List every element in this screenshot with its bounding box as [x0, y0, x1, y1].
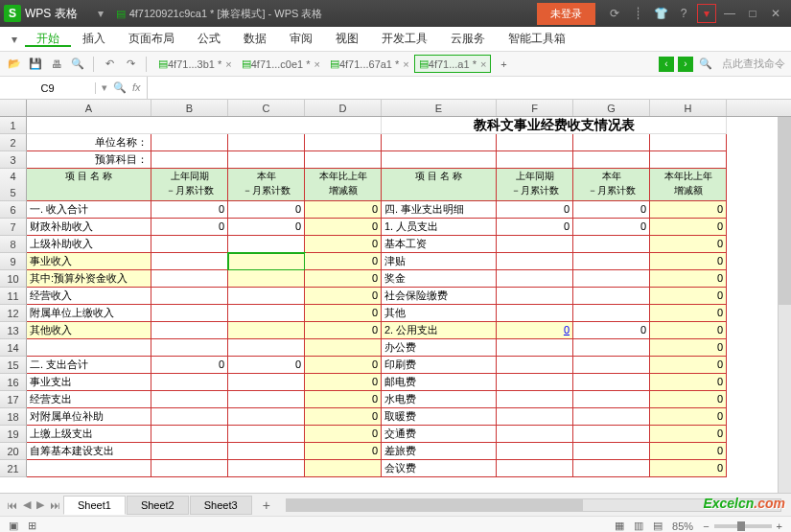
cell[interactable]: [228, 443, 305, 460]
cell[interactable]: 津贴: [382, 253, 497, 270]
cell[interactable]: 事业收入: [27, 253, 151, 270]
cell[interactable]: 0: [305, 357, 382, 374]
menu-视图[interactable]: 视图: [324, 32, 370, 45]
record-icon[interactable]: ▣: [4, 520, 23, 532]
cell[interactable]: 0: [151, 219, 228, 236]
doc-tab[interactable]: ▤ 4f71...c0e1 * ×: [237, 55, 325, 73]
cell[interactable]: 一. 收入合计: [27, 201, 151, 219]
menu-公式[interactable]: 公式: [186, 32, 232, 45]
cell[interactable]: 本年比上年 增减额: [650, 169, 727, 201]
cell[interactable]: [573, 236, 650, 253]
cell[interactable]: 0: [497, 219, 573, 236]
cell[interactable]: 其他收入: [27, 322, 151, 339]
cell[interactable]: 邮电费: [382, 374, 497, 391]
row-header[interactable]: 19: [0, 426, 27, 443]
cell[interactable]: [27, 339, 151, 357]
cell[interactable]: [305, 134, 382, 151]
cell[interactable]: [573, 408, 650, 426]
col-header-D[interactable]: D: [305, 100, 382, 116]
cell[interactable]: [497, 374, 573, 391]
cell[interactable]: [650, 134, 727, 151]
row-header[interactable]: 20: [0, 443, 27, 460]
zoom-out-icon[interactable]: −: [698, 520, 713, 532]
cell[interactable]: [305, 339, 382, 357]
cell[interactable]: [151, 270, 228, 288]
cell[interactable]: 0: [228, 357, 305, 374]
cell[interactable]: [228, 426, 305, 443]
row-header[interactable]: 1: [0, 117, 27, 134]
cell[interactable]: 0: [228, 219, 305, 236]
cell[interactable]: [573, 357, 650, 374]
view-normal-icon[interactable]: ▦: [610, 520, 629, 532]
cell[interactable]: 0: [151, 201, 228, 219]
cell[interactable]: 0: [151, 357, 228, 374]
cell[interactable]: [305, 460, 382, 477]
cell[interactable]: [573, 151, 650, 169]
cell[interactable]: [382, 134, 497, 151]
cell[interactable]: 项 目 名 称: [27, 169, 151, 201]
cell[interactable]: [151, 134, 228, 151]
fx-dropdown-icon[interactable]: ▾: [102, 81, 107, 94]
cell[interactable]: 0: [650, 288, 727, 305]
cell[interactable]: [151, 322, 228, 339]
row-header[interactable]: 8: [0, 236, 27, 253]
cell[interactable]: 0: [650, 374, 727, 391]
cell[interactable]: 事业支出: [27, 374, 151, 391]
cell[interactable]: 0: [305, 288, 382, 305]
cell[interactable]: [573, 288, 650, 305]
col-header-C[interactable]: C: [228, 100, 305, 116]
view-page-icon[interactable]: ▥: [629, 520, 648, 532]
row-header[interactable]: 2: [0, 134, 27, 151]
zoom-slider[interactable]: [714, 524, 772, 528]
cell[interactable]: 0: [650, 408, 727, 426]
cell[interactable]: [497, 253, 573, 270]
cell[interactable]: 0: [650, 357, 727, 374]
cell[interactable]: 其他: [382, 305, 497, 322]
search-icon[interactable]: 🔍: [697, 56, 714, 73]
zoom-label[interactable]: 85%: [667, 520, 698, 532]
prev-sheet-icon[interactable]: ◀: [20, 498, 34, 511]
row-header[interactable]: 10: [0, 270, 27, 288]
vertical-scrollbar[interactable]: [778, 117, 791, 493]
col-header-B[interactable]: B: [151, 100, 228, 116]
cell[interactable]: 上年同期 －月累计数: [497, 169, 573, 201]
cell[interactable]: 会议费: [382, 460, 497, 477]
cell[interactable]: 1. 人员支出: [382, 219, 497, 236]
cell[interactable]: [228, 374, 305, 391]
cell[interactable]: 本年 －月累计数: [573, 169, 650, 201]
cell[interactable]: [573, 374, 650, 391]
formula-input[interactable]: [147, 77, 791, 99]
cell[interactable]: 附属单位上缴收入: [27, 305, 151, 322]
cell[interactable]: 四. 事业支出明细: [382, 201, 497, 219]
cell[interactable]: 0: [305, 201, 382, 219]
cell[interactable]: 0: [305, 426, 382, 443]
row-header[interactable]: 45: [0, 169, 27, 201]
input-mode-icon[interactable]: ⊞: [23, 520, 41, 532]
cell[interactable]: 印刷费: [382, 357, 497, 374]
cell[interactable]: 0: [305, 408, 382, 426]
cell[interactable]: 0: [305, 236, 382, 253]
tab-close-icon[interactable]: ×: [480, 58, 486, 70]
cell[interactable]: 经营支出: [27, 391, 151, 408]
cell[interactable]: [497, 460, 573, 477]
open-icon[interactable]: 📂: [6, 56, 23, 73]
cell[interactable]: [497, 391, 573, 408]
cell[interactable]: 上级补助收入: [27, 236, 151, 253]
cell[interactable]: 0: [228, 201, 305, 219]
dropdown-icon[interactable]: ▾: [91, 4, 110, 23]
cell[interactable]: 项 目 名 称: [382, 169, 497, 201]
doc-tab[interactable]: ▤ 4f71...3b1 * ×: [153, 55, 237, 73]
cell[interactable]: 0: [650, 219, 727, 236]
row-header[interactable]: 17: [0, 391, 27, 408]
cell[interactable]: [573, 443, 650, 460]
fx-search-icon[interactable]: 🔍: [113, 81, 127, 94]
help-icon[interactable]: ?: [674, 4, 693, 23]
save-icon[interactable]: 💾: [27, 56, 44, 73]
row-header[interactable]: 18: [0, 408, 27, 426]
menu-页面布局[interactable]: 页面布局: [117, 32, 186, 45]
cell[interactable]: [228, 236, 305, 253]
cell[interactable]: 0: [650, 339, 727, 357]
cell[interactable]: [151, 236, 228, 253]
cell[interactable]: 0: [650, 322, 727, 339]
last-sheet-icon[interactable]: ⏭: [47, 499, 63, 511]
